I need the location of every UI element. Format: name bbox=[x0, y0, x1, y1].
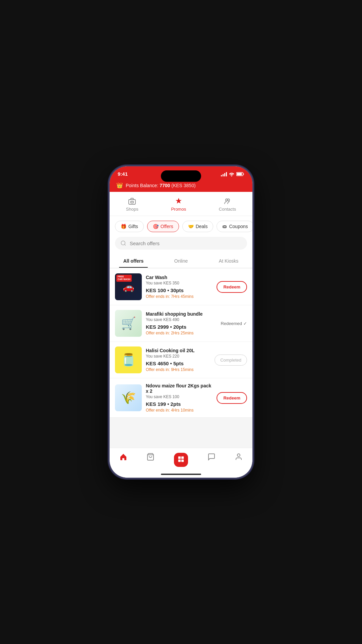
tab-all-offers[interactable]: All offers bbox=[110, 254, 157, 268]
offers-filter-icon: 🎯 bbox=[153, 224, 159, 229]
gifts-label: Gifts bbox=[128, 224, 138, 229]
halisi-price: KES 4650 • 5pts bbox=[146, 361, 210, 366]
bottom-nav-profile[interactable] bbox=[231, 451, 246, 468]
crown-icon: 👑 bbox=[116, 182, 123, 189]
contacts-icon bbox=[224, 197, 232, 205]
bottom-nav-promos-center[interactable] bbox=[171, 451, 191, 468]
home-indicator bbox=[161, 474, 201, 475]
search-input[interactable] bbox=[130, 240, 242, 246]
offer-item-marafiki: 🛒 Marafiki shopping bundle You save KES … bbox=[110, 305, 252, 342]
marafiki-action: Redeemed ✓ bbox=[221, 321, 247, 326]
search-container bbox=[110, 237, 252, 254]
offer-item-car-wash: FREECAR WASH 🚗 Car Wash You save KES 350… bbox=[110, 269, 252, 305]
chat-icon bbox=[207, 453, 216, 461]
deals-label: Deals bbox=[196, 224, 208, 229]
free-car-wash-badge: FREECAR WASH bbox=[116, 275, 132, 282]
bottom-nav-home[interactable] bbox=[116, 451, 131, 468]
tab-promos[interactable]: Promos bbox=[164, 196, 193, 213]
svg-point-6 bbox=[121, 241, 125, 245]
ndovu-price: KES 199 • 2pts bbox=[146, 401, 213, 407]
points-label: Points Balance: bbox=[126, 183, 158, 188]
offers-label: Offers bbox=[161, 224, 173, 229]
promos-label: Promos bbox=[171, 207, 186, 212]
coupons-label: Coupons bbox=[229, 224, 248, 229]
ndovu-save: You save KES 100 bbox=[146, 394, 213, 399]
tab-contacts[interactable]: Contacts bbox=[212, 196, 243, 213]
deals-icon: 🤝 bbox=[188, 224, 194, 229]
halisi-image: 🫙 bbox=[115, 346, 142, 373]
halisi-save: You save KES 220 bbox=[146, 354, 210, 359]
halisi-details: Halisi Cooking oil 20L You save KES 220 … bbox=[146, 348, 210, 372]
promos-center-icon bbox=[177, 455, 185, 463]
car-wash-save: You save KES 350 bbox=[146, 281, 213, 285]
check-icon: ✓ bbox=[243, 321, 247, 326]
svg-point-13 bbox=[237, 454, 240, 457]
marafiki-image: 🛒 bbox=[115, 310, 142, 337]
halisi-name: Halisi Cooking oil 20L bbox=[146, 348, 210, 353]
halisi-completed-button[interactable]: Completed bbox=[215, 355, 247, 366]
scrollable-content: Shops Promos Contact bbox=[110, 192, 252, 478]
halisi-action: Completed bbox=[215, 355, 247, 366]
ndovu-expiry: Offer ends in: 4Hrs 10mins bbox=[146, 408, 213, 413]
tab-kiosks[interactable]: At Kiosks bbox=[205, 254, 252, 268]
gifts-icon: 🎁 bbox=[121, 224, 126, 229]
offer-item-ndovu: 🌾 Ndovu maize flour 2Kgs pack x 2 You sa… bbox=[110, 378, 252, 418]
bottom-nav-basket[interactable] bbox=[143, 451, 158, 468]
car-wash-image: FREECAR WASH 🚗 bbox=[115, 273, 142, 300]
filter-chips: 🎁 Gifts 🎯 Offers 🤝 Deals 🎟 Coupons bbox=[110, 216, 252, 237]
offer-item-halisi: 🫙 Halisi Cooking oil 20L You save KES 22… bbox=[110, 342, 252, 378]
battery-icon bbox=[236, 172, 244, 176]
points-text: Points Balance: 7700 (KES 3850) bbox=[126, 183, 196, 188]
promos-center-bg bbox=[174, 453, 188, 467]
promos-icon bbox=[175, 197, 183, 205]
tab-shops[interactable]: Shops bbox=[119, 196, 145, 213]
shops-icon bbox=[128, 197, 136, 205]
contacts-label: Contacts bbox=[219, 207, 236, 212]
svg-rect-1 bbox=[237, 173, 242, 175]
signal-icon bbox=[221, 172, 227, 176]
svg-line-7 bbox=[124, 244, 125, 245]
ndovu-redeem-button[interactable]: Redeem bbox=[217, 392, 247, 404]
svg-point-4 bbox=[226, 199, 228, 201]
phone-screen: 9:41 bbox=[110, 166, 252, 478]
car-wash-details: Car Wash You save KES 350 KES 100 • 30pt… bbox=[146, 275, 213, 299]
car-wash-action: Redeem bbox=[217, 281, 247, 293]
oil-icon: 🫙 bbox=[121, 353, 136, 367]
points-kes: (KES 3850) bbox=[171, 183, 195, 188]
svg-rect-2 bbox=[129, 200, 135, 204]
marafiki-redeemed-button: Redeemed ✓ bbox=[221, 321, 247, 326]
search-icon bbox=[120, 240, 126, 246]
svg-rect-10 bbox=[181, 457, 184, 459]
chip-offers[interactable]: 🎯 Offers bbox=[147, 221, 179, 232]
bottom-nav-chat[interactable] bbox=[204, 451, 219, 468]
ndovu-image: 🌾 bbox=[115, 384, 142, 411]
nav-tabs: Shops Promos Contact bbox=[110, 192, 252, 216]
profile-icon bbox=[235, 453, 243, 461]
svg-rect-11 bbox=[178, 460, 181, 462]
shops-label: Shops bbox=[126, 207, 138, 212]
svg-rect-3 bbox=[131, 201, 133, 203]
chip-coupons[interactable]: 🎟 Coupons bbox=[217, 221, 252, 232]
chip-gifts[interactable]: 🎁 Gifts bbox=[115, 221, 144, 232]
car-wash-expiry: Offer ends in: 7Hrs 45mins bbox=[146, 294, 213, 299]
marafiki-details: Marafiki shopping bundle You save KES 49… bbox=[146, 311, 217, 335]
tab-online[interactable]: Online bbox=[157, 254, 205, 268]
marafiki-expiry: Offer ends in: 2Hrs 25mins bbox=[146, 331, 217, 335]
marafiki-save: You save KES 490 bbox=[146, 317, 217, 322]
dynamic-island bbox=[161, 170, 201, 182]
basket-icon bbox=[146, 453, 155, 461]
car-wash-name: Car Wash bbox=[146, 275, 213, 280]
halisi-expiry: Offer ends in: 9Hrs 15mins bbox=[146, 367, 210, 372]
car-wash-redeem-button[interactable]: Redeem bbox=[217, 281, 247, 293]
phone-frame: 9:41 bbox=[109, 166, 253, 478]
grocery-icon: 🛒 bbox=[121, 316, 136, 330]
coupons-icon: 🎟 bbox=[222, 224, 227, 229]
bottom-nav bbox=[110, 448, 252, 478]
offer-tabs: All offers Online At Kiosks bbox=[110, 254, 252, 268]
wifi-icon bbox=[229, 172, 234, 176]
ndovu-details: Ndovu maize flour 2Kgs pack x 2 You save… bbox=[146, 383, 213, 413]
car-wash-price: KES 100 • 30pts bbox=[146, 287, 213, 293]
chip-deals[interactable]: 🤝 Deals bbox=[182, 221, 214, 232]
flour-icon: 🌾 bbox=[121, 391, 136, 405]
main-content: 9:41 bbox=[110, 166, 252, 478]
